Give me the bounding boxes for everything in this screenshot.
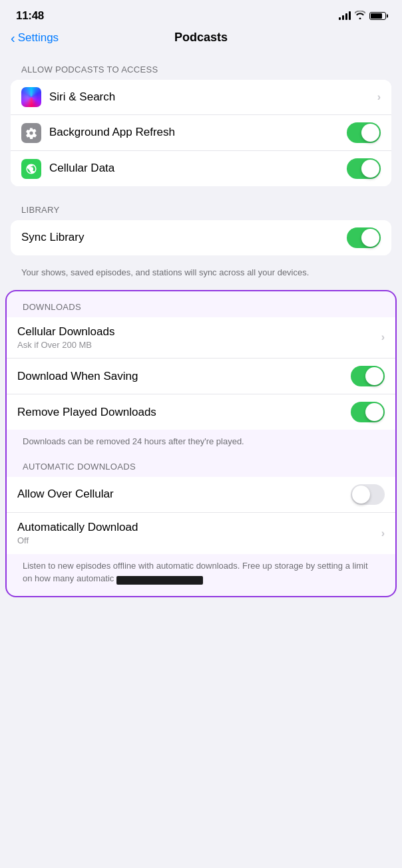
cellular-icon (21, 159, 41, 179)
cellular-downloads-row[interactable]: Cellular Downloads Ask if Over 200 MB › (7, 317, 395, 359)
allow-access-label: ALLOW PODCASTS TO ACCESS (0, 51, 402, 80)
nav-bar: ‹ Settings Podcasts (0, 28, 402, 51)
cellular-data-toggle[interactable] (347, 158, 381, 179)
sync-library-row[interactable]: Sync Library (11, 220, 391, 255)
library-section: LIBRARY Sync Library Your shows, saved e… (0, 192, 402, 290)
cellular-downloads-chevron: › (381, 331, 385, 343)
status-icons (339, 11, 386, 21)
automatic-downloads-group: Allow Over Cellular Automatically Downlo… (7, 477, 395, 554)
sync-library-toggle[interactable] (347, 227, 381, 248)
automatically-download-title: Automatically Download (17, 520, 381, 535)
status-bar: 11:48 (0, 0, 402, 28)
siri-search-row[interactable]: Siri & Search › (11, 80, 391, 115)
back-label: Settings (18, 31, 59, 45)
allow-access-group: Siri & Search › Background App Refresh (11, 80, 391, 186)
remove-played-row[interactable]: Remove Played Downloads (7, 394, 395, 430)
signal-bars-icon (339, 12, 351, 20)
automatic-downloads-description: Listen to new episodes offline with auto… (7, 554, 395, 596)
background-refresh-toggle[interactable] (347, 122, 381, 143)
background-refresh-title: Background App Refresh (49, 125, 347, 140)
background-refresh-row[interactable]: Background App Refresh (11, 115, 391, 151)
remove-played-toggle[interactable] (351, 402, 385, 422)
downloads-highlight-wrapper: DOWNLOADS Cellular Downloads Ask if Over… (5, 290, 397, 597)
library-group: Sync Library (11, 220, 391, 255)
download-when-saving-toggle[interactable] (351, 366, 385, 386)
allow-over-cellular-title: Allow Over Cellular (17, 487, 351, 502)
siri-search-title: Siri & Search (49, 90, 377, 104)
automatically-download-subtitle: Off (17, 535, 381, 547)
downloads-highlighted-border: DOWNLOADS Cellular Downloads Ask if Over… (5, 290, 397, 597)
cellular-data-title: Cellular Data (49, 161, 347, 176)
library-label: LIBRARY (0, 192, 402, 220)
allow-access-section: ALLOW PODCASTS TO ACCESS Siri & Search ›… (0, 51, 402, 186)
status-time: 11:48 (16, 9, 44, 23)
siri-icon (21, 87, 41, 107)
download-when-saving-row[interactable]: Download When Saving (7, 359, 395, 394)
download-when-saving-title: Download When Saving (17, 369, 351, 384)
remove-played-title: Remove Played Downloads (17, 405, 351, 420)
battery-icon (369, 12, 386, 20)
allow-over-cellular-toggle[interactable] (351, 484, 385, 505)
cellular-downloads-title: Cellular Downloads (17, 325, 381, 339)
automatically-download-chevron: › (381, 527, 385, 539)
cellular-downloads-subtitle: Ask if Over 200 MB (17, 340, 381, 351)
library-description: Your shows, saved episodes, and stations… (0, 261, 402, 290)
chevron-right-icon: › (377, 91, 381, 103)
gear-icon (21, 123, 41, 143)
back-button[interactable]: ‹ Settings (11, 31, 59, 45)
downloads-label: DOWNLOADS (7, 291, 395, 317)
cellular-data-row[interactable]: Cellular Data (11, 151, 391, 186)
back-chevron-icon: ‹ (11, 31, 15, 45)
wifi-icon (355, 11, 365, 21)
sync-library-title: Sync Library (21, 230, 347, 245)
downloads-description: Downloads can be removed 24 hours after … (7, 430, 395, 459)
page-title: Podcasts (174, 31, 228, 45)
downloads-group: Cellular Downloads Ask if Over 200 MB › … (7, 317, 395, 430)
allow-over-cellular-row[interactable]: Allow Over Cellular (7, 477, 395, 513)
automatically-download-row[interactable]: Automatically Download Off › (7, 513, 395, 554)
automatic-downloads-label: AUTOMATIC DOWNLOADS (7, 459, 395, 477)
